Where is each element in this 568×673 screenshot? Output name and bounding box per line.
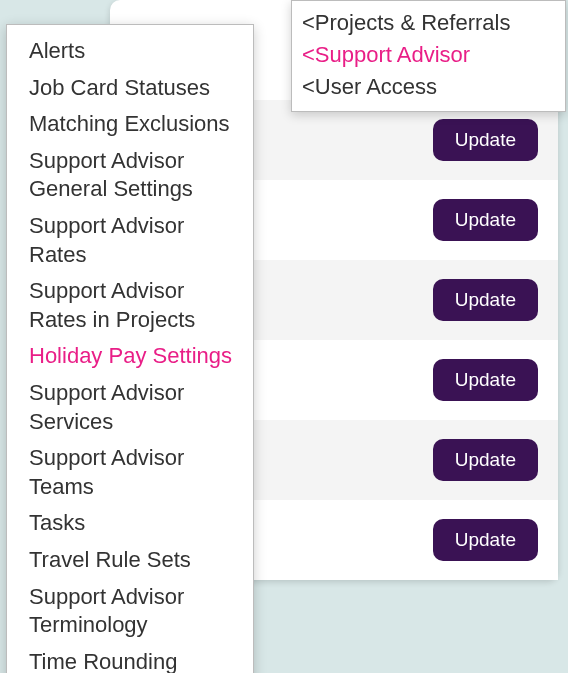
submenu-item-services[interactable]: Support Advisor Services xyxy=(29,379,241,436)
update-button[interactable]: Update xyxy=(433,439,538,481)
parent-menu-item-user-access[interactable]: <User Access xyxy=(302,71,555,103)
submenu-item-tasks[interactable]: Tasks xyxy=(29,509,241,538)
submenu-item-general-settings[interactable]: Support Advisor General Settings xyxy=(29,147,241,204)
submenu-item-terminology[interactable]: Support Advisor Terminology xyxy=(29,583,241,640)
submenu-item-rates[interactable]: Support Advisor Rates xyxy=(29,212,241,269)
submenu-item-alerts[interactable]: Alerts xyxy=(29,37,241,66)
update-button[interactable]: Update xyxy=(433,119,538,161)
update-button[interactable]: Update xyxy=(433,519,538,561)
parent-menu-item-projects[interactable]: <Projects & Referrals xyxy=(302,7,555,39)
update-button[interactable]: Update xyxy=(433,359,538,401)
submenu-item-holiday-pay-settings[interactable]: Holiday Pay Settings xyxy=(29,342,241,371)
update-button[interactable]: Update xyxy=(433,279,538,321)
submenu-item-job-card-statuses[interactable]: Job Card Statuses xyxy=(29,74,241,103)
submenu-item-rates-in-projects[interactable]: Support Advisor Rates in Projects xyxy=(29,277,241,334)
submenu-item-teams[interactable]: Support Advisor Teams xyxy=(29,444,241,501)
submenu-item-time-rounding[interactable]: Time Rounding xyxy=(29,648,241,673)
parent-menu-item-support-advisor[interactable]: <Support Advisor xyxy=(302,39,555,71)
parent-menu-popup: <Projects & Referrals <Support Advisor <… xyxy=(291,0,566,112)
submenu-item-travel-rule-sets[interactable]: Travel Rule Sets xyxy=(29,546,241,575)
submenu-item-matching-exclusions[interactable]: Matching Exclusions xyxy=(29,110,241,139)
submenu-popup: Alerts Job Card Statuses Matching Exclus… xyxy=(6,24,254,673)
update-button[interactable]: Update xyxy=(433,199,538,241)
